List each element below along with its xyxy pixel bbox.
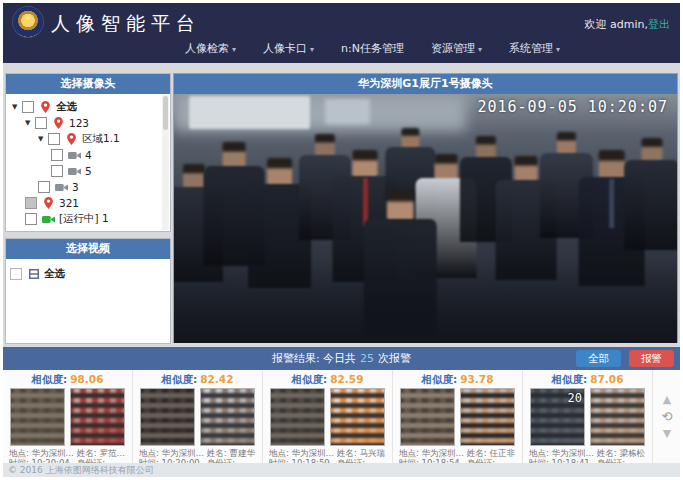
reference-face-image	[200, 388, 255, 446]
app-header: ★ 人像智能平台 欢迎 admin,登出 人像检索▾人像卡口▾n:N任务管理资源…	[3, 3, 680, 63]
similarity-row: 相似度:82.59	[269, 373, 386, 387]
similarity-value: 93.78	[460, 373, 493, 385]
video-list-icon	[26, 269, 41, 279]
tree-item-label: 全选	[56, 100, 77, 114]
similarity-label: 相似度:	[32, 373, 68, 385]
location-pin-icon	[38, 101, 53, 113]
all-button[interactable]: 全部	[576, 350, 621, 367]
tree-item[interactable]: 321	[8, 195, 168, 211]
reference-face-image	[590, 388, 645, 446]
nav-item-label: 资源管理	[431, 42, 475, 55]
nav-item-1[interactable]: 人像检索▾	[185, 41, 236, 56]
alarm-location: 地点: 华为深圳G...	[529, 448, 597, 458]
chevron-up-icon[interactable]: ▲	[663, 395, 671, 405]
camera-panel-title: 选择摄像头	[6, 74, 170, 94]
similarity-row: 相似度:93.78	[399, 373, 516, 387]
similarity-label: 相似度:	[162, 373, 198, 385]
camera-icon	[54, 183, 69, 192]
nav-item-label: 系统管理	[509, 42, 553, 55]
camera-tree-scrollbar[interactable]	[162, 95, 169, 230]
nav-item-3[interactable]: n:N任务管理	[341, 41, 404, 56]
expander-icon[interactable]: ▼	[25, 119, 35, 127]
checkbox[interactable]	[10, 268, 22, 280]
captured-face-image	[10, 388, 65, 446]
refresh-icon[interactable]: ⟲	[662, 412, 673, 422]
logout-link[interactable]: 登出	[648, 18, 670, 31]
similarity-label: 相似度:	[422, 373, 458, 385]
alarm-name: 姓名: 马兴瑞	[337, 448, 386, 458]
checkbox[interactable]	[51, 149, 63, 161]
alarm-meta: 地点: 华为深圳G...姓名: 马兴瑞时间: 10:18:59身份证:	[269, 448, 386, 463]
expander-icon[interactable]: ▼	[12, 103, 22, 111]
alarm-card-2[interactable]: 相似度:82.42地点: 华为深圳G...姓名: 曹建华时间: 10:20:00…	[132, 370, 262, 463]
chevron-down-icon: ▾	[232, 45, 236, 54]
alarm-result-bar: 报警结果: 今日共25次报警 全部报警	[3, 347, 680, 370]
tree-item[interactable]: 4	[8, 147, 168, 163]
checkbox[interactable]	[48, 133, 60, 145]
chevron-down-icon: ▾	[478, 45, 482, 54]
alarm-name: 姓名: 曹建华	[207, 448, 256, 458]
alarm-location: 地点: 华为深圳...	[9, 448, 77, 458]
tree-item-label: 321	[59, 197, 79, 209]
alarm-pager: ▲ ⟲ ▼	[652, 370, 680, 464]
reference-face-image	[70, 388, 125, 446]
tree-item[interactable]: ▼区域1.1	[8, 131, 168, 147]
tree-item[interactable]: 3	[8, 179, 168, 195]
checkbox[interactable]	[35, 117, 47, 129]
nav-item-5[interactable]: 系统管理▾	[509, 41, 560, 56]
capture-overlay-text: 20	[568, 391, 582, 405]
checkbox[interactable]	[25, 213, 37, 225]
similarity-row: 相似度:82.42	[139, 373, 256, 387]
alarm-result-label: 报警结果: 今日共	[272, 352, 356, 365]
camera-icon	[67, 151, 82, 160]
captured-face-image	[270, 388, 325, 446]
alarm-card-5[interactable]: 相似度:87.0620地点: 华为深圳G...姓名: 梁栋松时间: 10:18:…	[522, 370, 652, 463]
alarm-meta: 地点: 华为深圳G...姓名: 梁栋松时间: 10:18:41身份证:	[529, 448, 646, 463]
tree-item[interactable]: ▼123	[8, 115, 168, 131]
alarm-card-1[interactable]: 相似度:98.06地点: 华为深圳...姓名: 罗范薇芬时间: 10:20:04…	[3, 370, 132, 463]
alarm-filter-buttons: 全部报警	[576, 350, 674, 367]
video-list-item[interactable]: 全选	[6, 259, 170, 283]
tree-item[interactable]: ▼全选	[8, 99, 168, 115]
alarm-card-4[interactable]: 相似度:93.78地点: 华为深圳G...姓名: 任正非时间: 10:18:54…	[392, 370, 522, 463]
tree-item[interactable]: [运行中] 1	[8, 211, 168, 227]
camera-running-icon	[41, 215, 56, 224]
main-nav: 人像检索▾人像卡口▾n:N任务管理资源管理▾系统管理▾	[185, 41, 560, 56]
alarm-name: 姓名: 罗范薇芬	[77, 448, 126, 458]
captured-face-image: 20	[530, 388, 585, 446]
checkbox[interactable]	[22, 101, 34, 113]
tree-item[interactable]: 5	[8, 163, 168, 179]
checkbox[interactable]	[25, 197, 37, 209]
alarm-button[interactable]: 报警	[629, 350, 674, 367]
nav-item-label: n:N任务管理	[341, 42, 404, 55]
alarm-result-suffix: 次报警	[378, 352, 411, 365]
police-badge-logo-icon: ★	[13, 7, 43, 37]
nav-item-2[interactable]: 人像卡口▾	[263, 41, 314, 56]
location-pin-icon	[64, 133, 79, 145]
live-video-frame[interactable]: 2016-09-05 10:20:07	[174, 94, 677, 343]
tree-item-label: [运行中] 1	[59, 212, 109, 226]
expander-icon[interactable]: ▼	[38, 135, 48, 143]
reference-face-image	[460, 388, 515, 446]
chevron-down-icon[interactable]: ▼	[663, 429, 671, 439]
alarm-meta: 地点: 华为深圳G...姓名: 任正非时间: 10:18:54身份证:	[399, 448, 516, 463]
alarm-card-list: 相似度:98.06地点: 华为深圳...姓名: 罗范薇芬时间: 10:20:04…	[3, 370, 652, 464]
alarm-location: 地点: 华为深圳G...	[399, 448, 467, 458]
video-list: 全选	[6, 259, 170, 283]
alarm-card-3[interactable]: 相似度:82.59地点: 华为深圳G...姓名: 马兴瑞时间: 10:18:59…	[262, 370, 392, 463]
tree-item-label: 3	[72, 181, 79, 193]
similarity-value: 98.06	[70, 373, 103, 385]
checkbox[interactable]	[51, 165, 63, 177]
app-window: ★ 人像智能平台 欢迎 admin,登出 人像检索▾人像卡口▾n:N任务管理资源…	[3, 3, 680, 477]
reference-face-image	[330, 388, 385, 446]
tree-item-label: 区域1.1	[82, 132, 120, 146]
page-frame: ★ 人像智能平台 欢迎 admin,登出 人像检索▾人像卡口▾n:N任务管理资源…	[0, 0, 683, 480]
checkbox[interactable]	[38, 181, 50, 193]
similarity-value: 87.06	[590, 373, 623, 385]
alarm-meta: 地点: 华为深圳...姓名: 罗范薇芬时间: 10:20:04身份证:	[9, 448, 126, 463]
similarity-row: 相似度:98.06	[9, 373, 126, 387]
captured-face-image	[400, 388, 455, 446]
captured-face-image	[140, 388, 195, 446]
similarity-value: 82.42	[200, 373, 233, 385]
nav-item-4[interactable]: 资源管理▾	[431, 41, 482, 56]
